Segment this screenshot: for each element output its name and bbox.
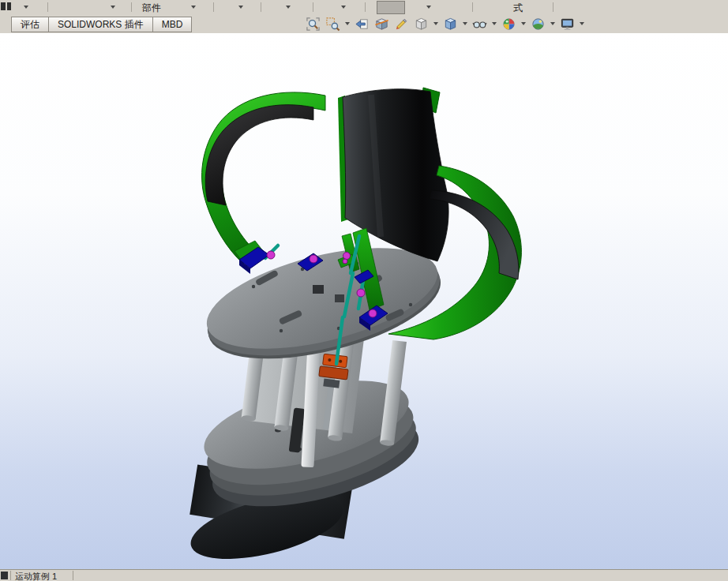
apply-scene-icon[interactable] — [530, 16, 546, 32]
toolbar-separator — [553, 2, 554, 12]
view-settings-icon[interactable] — [559, 16, 576, 32]
zoom-dropdown-arrow-icon[interactable] — [345, 22, 350, 25]
insert-component-button-label[interactable]: 部件 — [142, 2, 161, 15]
dropdown-arrow-icon[interactable] — [111, 6, 115, 9]
command-manager-tab-row: 评估 SOLIDWORKS 插件 MBD — [0, 14, 728, 34]
dropdown-arrow-icon[interactable] — [238, 6, 243, 9]
display-style-icon[interactable] — [442, 16, 459, 32]
dropdown-arrow-icon[interactable] — [426, 6, 431, 9]
dropdown-arrow-icon[interactable] — [191, 6, 196, 9]
section-view-icon[interactable] — [373, 16, 390, 32]
tab-mbd[interactable]: MBD — [152, 17, 193, 32]
view-settings-dropdown-arrow-icon[interactable] — [580, 22, 584, 25]
tab-solidworks-addins[interactable]: SOLIDWORKS 插件 — [48, 17, 153, 32]
command-manager-tabs: 评估 SOLIDWORKS 插件 MBD — [11, 17, 191, 32]
tab-evaluate[interactable]: 评估 — [11, 17, 49, 32]
toolbar-separator — [365, 2, 366, 12]
clipped-toolbar-icon[interactable] — [1, 2, 6, 10]
clipped-toolbar-icon[interactable] — [7, 2, 11, 10]
toolbar-separator — [131, 2, 132, 12]
zoom-to-area-icon[interactable] — [325, 16, 341, 32]
model-tab-icon-clipped[interactable] — [1, 572, 8, 579]
view-orientation-icon[interactable] — [413, 16, 430, 32]
edit-appearance-dropdown-arrow-icon[interactable] — [521, 22, 526, 25]
toolbar-separator — [213, 2, 214, 12]
graphics-area[interactable] — [0, 33, 728, 570]
dropdown-arrow-icon[interactable] — [24, 6, 28, 9]
command-manager-clipped: 部件 式 — [0, 0, 728, 14]
zoom-to-fit-icon[interactable] — [305, 16, 321, 32]
toolbar-separator — [472, 2, 473, 12]
heads-up-view-toolbar — [305, 14, 585, 33]
assembly-3d-model[interactable] — [0, 33, 728, 570]
hide-show-dropdown-arrow-icon[interactable] — [492, 22, 497, 25]
edit-appearance-icon[interactable] — [501, 16, 517, 32]
annotation-view-icon[interactable] — [393, 16, 410, 32]
toolbar-separator — [313, 2, 313, 12]
dropdown-arrow-icon[interactable] — [341, 6, 346, 9]
clipped-button-label[interactable]: 式 — [513, 2, 523, 15]
toolbar-separator — [261, 2, 261, 12]
dropdown-arrow-icon[interactable] — [286, 6, 291, 9]
tab-motion-study[interactable]: 运动算例 1 — [15, 571, 57, 581]
toolbar-separator — [47, 2, 48, 12]
active-tool-button[interactable] — [377, 1, 405, 14]
solidworks-window: 部件 式 评估 SOLIDWORKS 插件 MBD — [0, 0, 728, 581]
display-style-dropdown-arrow-icon[interactable] — [463, 22, 467, 25]
apply-scene-dropdown-arrow-icon[interactable] — [550, 22, 555, 25]
statusbar-separator — [73, 571, 73, 580]
view-orientation-dropdown-arrow-icon[interactable] — [433, 22, 438, 25]
status-bar: 运动算例 1 — [0, 569, 728, 581]
statusbar-separator — [10, 571, 11, 580]
hide-show-items-icon[interactable] — [471, 16, 488, 32]
previous-view-icon[interactable] — [354, 16, 370, 32]
